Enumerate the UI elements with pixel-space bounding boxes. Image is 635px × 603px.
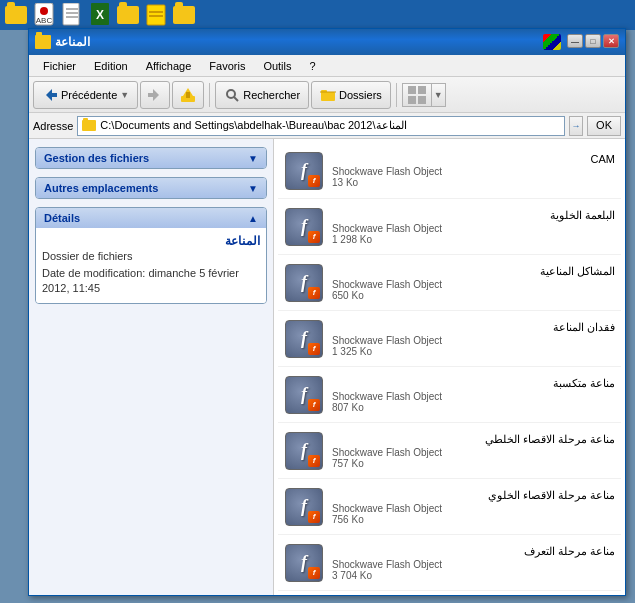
file-size: 13 Ko bbox=[332, 177, 615, 188]
file-icon: f bbox=[284, 151, 324, 191]
file-size: 3 704 Ko bbox=[332, 570, 615, 581]
menu-help[interactable]: ? bbox=[302, 58, 324, 74]
menu-edition[interactable]: Edition bbox=[86, 58, 136, 74]
file-type: Shockwave Flash Object bbox=[332, 503, 615, 514]
file-name: فقدان المناعة bbox=[332, 321, 615, 334]
address-input[interactable]: C:\Documents and Settings\abdelhak-\Bure… bbox=[77, 116, 565, 136]
panel-gestion-header[interactable]: Gestion des fichiers ▼ bbox=[36, 148, 266, 168]
svg-rect-10 bbox=[149, 11, 163, 13]
panel-gestion: Gestion des fichiers ▼ bbox=[35, 147, 267, 169]
folders-label: Dossiers bbox=[339, 89, 382, 101]
search-button[interactable]: Rechercher bbox=[215, 81, 309, 109]
address-folder-icon bbox=[82, 120, 96, 131]
file-name: المشاكل المناعية bbox=[332, 265, 615, 278]
svg-rect-25 bbox=[418, 86, 426, 94]
panel-autres-header[interactable]: Autres emplacements ▼ bbox=[36, 178, 266, 198]
file-item[interactable]: fمناعة مرحلة الاقصاء الخلطيShockwave Fla… bbox=[278, 423, 621, 479]
file-item[interactable]: fمناعة متكسبةShockwave Flash Object807 K… bbox=[278, 367, 621, 423]
svg-rect-18 bbox=[186, 92, 190, 98]
file-size: 807 Ko bbox=[332, 402, 615, 413]
minimize-button[interactable]: — bbox=[567, 34, 583, 48]
taskbar-folder2[interactable] bbox=[116, 3, 140, 27]
toolbar-sep1 bbox=[209, 83, 210, 107]
up-arrow-icon bbox=[179, 86, 197, 104]
file-type: Shockwave Flash Object bbox=[332, 447, 615, 458]
svg-text:ABC: ABC bbox=[36, 16, 53, 25]
search-label: Rechercher bbox=[243, 89, 300, 101]
menu-affichage[interactable]: Affichage bbox=[138, 58, 200, 74]
taskbar-doc[interactable] bbox=[60, 3, 84, 27]
file-size: 1 325 Ko bbox=[332, 346, 615, 357]
menu-fichier[interactable]: Fichier bbox=[35, 58, 84, 74]
forward-arrow-icon bbox=[147, 87, 163, 103]
file-icon: f bbox=[284, 319, 324, 359]
address-label: Adresse bbox=[33, 120, 73, 132]
panel-autres: Autres emplacements ▼ bbox=[35, 177, 267, 199]
address-bar: Adresse C:\Documents and Settings\abdelh… bbox=[29, 113, 625, 139]
back-dropdown-arrow[interactable]: ▼ bbox=[120, 90, 129, 100]
address-ok-button[interactable]: OK bbox=[587, 116, 621, 136]
window-title: المناعة bbox=[55, 35, 90, 49]
svg-rect-27 bbox=[418, 96, 426, 104]
file-size: 756 Ko bbox=[332, 514, 615, 525]
file-item[interactable]: fمناعة مرحلة الاقصاء الخلويShockwave Fla… bbox=[278, 479, 621, 535]
svg-text:X: X bbox=[96, 8, 104, 22]
file-type: Shockwave Flash Object bbox=[332, 335, 615, 346]
taskbar-excel[interactable]: X bbox=[88, 3, 112, 27]
toolbar: Précédente ▼ Rechercher bbox=[29, 77, 625, 113]
content-area: Gestion des fichiers ▼ Autres emplacemen… bbox=[29, 139, 625, 595]
menu-favoris[interactable]: Favoris bbox=[201, 58, 253, 74]
file-item[interactable]: fCAMShockwave Flash Object13 Ko bbox=[278, 143, 621, 199]
folders-button[interactable]: Dossiers bbox=[311, 81, 391, 109]
search-icon bbox=[224, 87, 240, 103]
windows-logo bbox=[543, 34, 561, 50]
file-type: Shockwave Flash Object bbox=[332, 559, 615, 570]
title-buttons: — □ ✕ bbox=[543, 34, 619, 50]
window-title-icon bbox=[35, 35, 51, 49]
view-dropdown-button[interactable]: ▼ bbox=[432, 83, 446, 107]
maximize-button[interactable]: □ bbox=[585, 34, 601, 48]
panel-details: Détails ▲ المناعة Dossier de fichiers Da… bbox=[35, 207, 267, 304]
taskbar-folder3[interactable] bbox=[172, 3, 196, 27]
file-info: فقدان المناعةShockwave Flash Object1 325… bbox=[332, 321, 615, 357]
taskbar-file3[interactable] bbox=[144, 3, 168, 27]
forward-button[interactable] bbox=[140, 81, 170, 109]
file-type: Shockwave Flash Object bbox=[332, 279, 615, 290]
file-item[interactable]: fفقدان المناعةShockwave Flash Object1 32… bbox=[278, 311, 621, 367]
file-item[interactable]: fمناعة مرحلة التعرفShockwave Flash Objec… bbox=[278, 535, 621, 591]
file-info: المشاكل المناعيةShockwave Flash Object65… bbox=[332, 265, 615, 301]
up-button[interactable] bbox=[172, 81, 204, 109]
panel-details-title: Détails bbox=[44, 212, 80, 224]
svg-rect-3 bbox=[63, 3, 79, 25]
panel-autres-title: Autres emplacements bbox=[44, 182, 158, 194]
file-item[interactable]: fالبلعمة الخلويةShockwave Flash Object1 … bbox=[278, 199, 621, 255]
left-panel: Gestion des fichiers ▼ Autres emplacemen… bbox=[29, 139, 274, 595]
taskbar-char[interactable]: ABC bbox=[32, 3, 56, 27]
view-button[interactable] bbox=[402, 83, 432, 107]
file-icon: f bbox=[284, 375, 324, 415]
svg-point-1 bbox=[40, 7, 48, 15]
svg-point-19 bbox=[227, 90, 235, 98]
title-bar: المناعة — □ ✕ bbox=[29, 29, 625, 55]
file-name: مناعة مرحلة التعرف bbox=[332, 545, 615, 558]
taskbar-folder1[interactable] bbox=[4, 3, 28, 27]
file-info: مناعة مرحلة الاقصاء الخلطيShockwave Flas… bbox=[332, 433, 615, 469]
panel-details-header[interactable]: Détails ▲ bbox=[36, 208, 266, 228]
flash-file-icon: f bbox=[285, 320, 323, 358]
file-icon: f bbox=[284, 263, 324, 303]
flash-file-icon: f bbox=[285, 376, 323, 414]
file-name: مناعة مرحلة الاقصاء الخلطي bbox=[332, 433, 615, 446]
file-size: 757 Ko bbox=[332, 458, 615, 469]
back-button[interactable]: Précédente ▼ bbox=[33, 81, 138, 109]
file-type: Shockwave Flash Object bbox=[332, 166, 615, 177]
file-list: fCAMShockwave Flash Object13 Kofالبلعمة … bbox=[274, 139, 625, 595]
address-go-button[interactable]: → bbox=[569, 116, 583, 136]
details-folder-date: Date de modification: dimanche 5 février… bbox=[42, 266, 260, 297]
file-info: مناعة متكسبةShockwave Flash Object807 Ko bbox=[332, 377, 615, 413]
file-item[interactable]: fالمشاكل المناعيةShockwave Flash Object6… bbox=[278, 255, 621, 311]
close-button[interactable]: ✕ bbox=[603, 34, 619, 48]
menu-outils[interactable]: Outils bbox=[255, 58, 299, 74]
svg-rect-26 bbox=[408, 96, 416, 104]
flash-file-icon: f bbox=[285, 544, 323, 582]
file-info: CAMShockwave Flash Object13 Ko bbox=[332, 153, 615, 188]
